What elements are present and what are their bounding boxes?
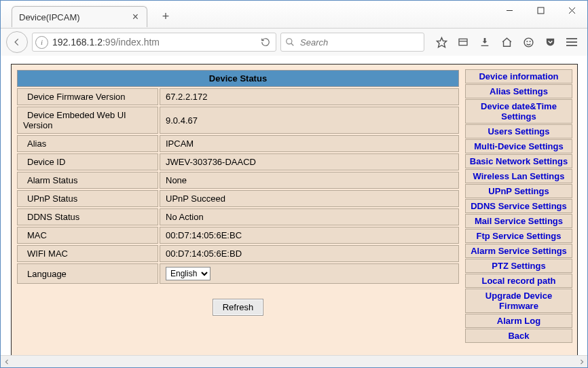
row-value: 9.0.4.67 [160,107,459,134]
search-box[interactable] [280,33,424,52]
library-icon[interactable] [453,33,473,52]
smiley-icon[interactable] [518,33,538,52]
table-row: Device Embeded Web UI Version9.0.4.67 [17,107,459,134]
close-tab-icon[interactable]: × [131,12,140,22]
menu-ftp-service-settings[interactable]: Ftp Service Settings [468,231,569,241]
table-row: WIFI MAC00:D7:14:05:6E:BD [17,245,459,262]
row-value: None [160,172,459,189]
bookmark-star-icon[interactable] [431,33,452,52]
row-value: 00:D7:14:05:6E:BD [160,245,459,262]
svg-rect-1 [538,7,544,14]
side-menu-table: Device information Alias Settings Device… [464,69,573,344]
page-frame: Device Status Device Firmware Version67.… [11,64,578,356]
menu-ptz-settings[interactable]: PTZ Settings [468,261,569,271]
menu-date-time-settings[interactable]: Device date&Time Settings [468,101,569,122]
navbar: i 192.168.1.2:99/index.htm [1,29,587,56]
menu-upgrade-firmware[interactable]: Upgrade Device Firmware [468,291,569,311]
row-value: UPnP Succeed [160,190,459,207]
menu-device-information[interactable]: Device information [468,71,569,81]
scroll-right-icon[interactable] [576,356,587,367]
window-controls [494,1,587,20]
row-value: 67.2.2.172 [160,88,459,105]
maximize-button[interactable] [525,1,556,20]
search-input[interactable] [299,37,420,48]
row-value: IPCAM [160,135,459,152]
table-row: AliasIPCAM [17,135,459,152]
url-text: 192.168.1.2:99/index.htm [52,37,254,48]
table-row: Alarm StatusNone [17,172,459,189]
row-label: Device Firmware Version [17,88,158,105]
table-row: Device IDJWEV-303736-DAACD [17,153,459,170]
row-label: Device ID [17,153,158,170]
row-label: Language [17,263,158,284]
row-label: UPnP Status [17,190,158,207]
svg-line-5 [291,43,294,46]
browser-tab[interactable]: Device(IPCAM) × [12,6,147,27]
refresh-button[interactable]: Refresh [213,299,264,316]
scroll-track[interactable] [12,356,576,367]
new-tab-button[interactable]: + [158,9,173,24]
reload-icon[interactable] [258,37,273,47]
close-window-button[interactable] [556,1,587,20]
svg-marker-6 [437,37,446,47]
viewport: Device Status Device Firmware Version67.… [1,56,587,356]
menu-alarm-log[interactable]: Alarm Log [468,316,569,326]
browser-window: Device(IPCAM) × + i 192.168.1.2:99/index… [0,0,588,368]
svg-point-12 [530,41,530,41]
row-label: Device Embeded Web UI Version [17,107,158,134]
titlebar: Device(IPCAM) × + [1,1,587,29]
row-label: WIFI MAC [17,245,158,262]
menu-alarm-service-settings[interactable]: Alarm Service Settings [468,246,569,256]
table-row: Language English [17,263,459,284]
row-value: 00:D7:14:05:6E:BC [160,227,459,244]
row-label: Alarm Status [17,172,158,189]
device-status-table: Device Status Device Firmware Version67.… [16,69,460,320]
menu-basic-network-settings[interactable]: Basic Network Settings [468,156,569,166]
svg-point-10 [524,38,533,47]
menu-local-record-path[interactable]: Local record path [468,276,569,286]
svg-rect-9 [481,45,489,46]
home-icon[interactable] [496,33,517,52]
menu-ddns-service-settings[interactable]: DDNS Service Settings [468,201,569,211]
horizontal-scrollbar[interactable] [1,355,587,367]
language-cell: English [160,263,459,284]
menu-alias-settings[interactable]: Alias Settings [468,86,569,96]
table-row: Device Firmware Version67.2.2.172 [17,88,459,105]
table-row: DDNS StatusNo Action [17,208,459,225]
minimize-button[interactable] [494,1,525,20]
row-label: Alias [17,135,158,152]
address-bar[interactable]: i 192.168.1.2:99/index.htm [32,33,276,52]
tab-title: Device(IPCAM) [19,12,131,22]
search-icon [285,37,295,47]
language-select[interactable]: English [166,267,210,280]
table-heading: Device Status [17,70,459,87]
svg-rect-7 [459,39,467,45]
scroll-left-icon[interactable] [1,356,12,367]
hamburger-icon [566,38,577,46]
back-button[interactable] [6,31,28,53]
downloads-icon[interactable] [475,33,495,52]
table-row: UPnP StatusUPnP Succeed [17,190,459,207]
menu-mail-service-settings[interactable]: Mail Service Settings [468,216,569,226]
menu-upnp-settings[interactable]: UPnP Settings [468,186,569,196]
main-column: Device Status Device Firmware Version67.… [16,69,460,351]
svg-point-4 [287,39,292,44]
side-menu: Device information Alias Settings Device… [464,69,573,351]
row-value: JWEV-303736-DAACD [160,153,459,170]
menu-back[interactable]: Back [468,331,569,341]
table-row: MAC00:D7:14:05:6E:BC [17,227,459,244]
menu-button[interactable] [562,33,582,52]
site-info-icon[interactable]: i [35,36,48,49]
menu-wireless-lan-settings[interactable]: Wireless Lan Settings [468,171,569,181]
pocket-icon[interactable] [540,33,560,52]
row-label: MAC [17,227,158,244]
row-label: DDNS Status [17,208,158,225]
svg-point-11 [527,41,528,41]
menu-users-settings[interactable]: Users Settings [468,126,569,136]
toolbar-icons [431,33,582,52]
menu-multi-device-settings[interactable]: Multi-Device Settings [468,141,569,151]
row-value: No Action [160,208,459,225]
